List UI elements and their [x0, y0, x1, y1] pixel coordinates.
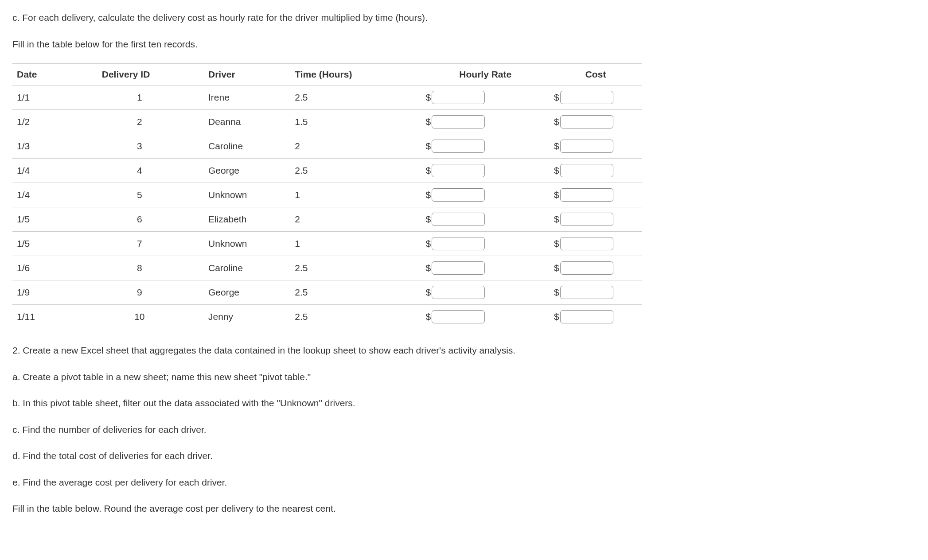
step-b-text: b. In this pivot table sheet, filter out… — [12, 396, 916, 410]
hourly-rate-input[interactable] — [432, 237, 485, 250]
dollar-sign-icon: $ — [425, 117, 431, 127]
cost-input[interactable] — [560, 213, 613, 226]
hourly-rate-input[interactable] — [432, 261, 485, 275]
step-a-text: a. Create a pivot table in a new sheet; … — [12, 370, 916, 384]
cell-driver: Irene — [204, 86, 290, 110]
cell-cost: $ — [550, 86, 642, 110]
table-row: 1/1110Jenny2.5$$ — [12, 305, 642, 329]
cost-input[interactable] — [560, 91, 613, 104]
cell-date: 1/11 — [12, 305, 97, 329]
cell-driver: Caroline — [204, 134, 290, 159]
cost-input[interactable] — [560, 140, 613, 153]
cost-input[interactable] — [560, 115, 613, 128]
cell-date: 1/3 — [12, 134, 97, 159]
cell-cost: $ — [550, 159, 642, 183]
hourly-rate-input[interactable] — [432, 140, 485, 153]
dollar-sign-icon: $ — [554, 214, 559, 225]
header-time: Time (Hours) — [290, 64, 421, 86]
table-row: 1/33Caroline2$$ — [12, 134, 642, 159]
cost-input[interactable] — [560, 310, 613, 323]
cell-date: 1/6 — [12, 256, 97, 280]
dollar-sign-icon: $ — [554, 92, 559, 103]
cell-date: 1/4 — [12, 159, 97, 183]
dollar-sign-icon: $ — [425, 141, 431, 152]
table-row: 1/45Unknown1$$ — [12, 183, 642, 207]
cell-date: 1/5 — [12, 207, 97, 232]
cell-time: 2 — [290, 134, 421, 159]
header-driver: Driver — [204, 64, 290, 86]
hourly-rate-input[interactable] — [432, 91, 485, 104]
cost-input[interactable] — [560, 261, 613, 275]
dollar-sign-icon: $ — [425, 165, 431, 176]
cell-hourly-rate: $ — [421, 110, 550, 134]
table-row: 1/11Irene2.5$$ — [12, 86, 642, 110]
cell-date: 1/4 — [12, 183, 97, 207]
dollar-sign-icon: $ — [554, 141, 559, 152]
cell-hourly-rate: $ — [421, 134, 550, 159]
cell-hourly-rate: $ — [421, 305, 550, 329]
cell-driver: Elizabeth — [204, 207, 290, 232]
cell-hourly-rate: $ — [421, 207, 550, 232]
cell-cost: $ — [550, 280, 642, 305]
dollar-sign-icon: $ — [425, 263, 431, 273]
dollar-sign-icon: $ — [554, 287, 559, 298]
cell-delivery-id: 9 — [97, 280, 204, 305]
hourly-rate-input[interactable] — [432, 213, 485, 226]
cell-driver: Jenny — [204, 305, 290, 329]
header-delivery-id: Delivery ID — [97, 64, 204, 86]
cell-delivery-id: 5 — [97, 183, 204, 207]
cell-cost: $ — [550, 207, 642, 232]
cost-input[interactable] — [560, 286, 613, 299]
dollar-sign-icon: $ — [425, 311, 431, 322]
cell-cost: $ — [550, 183, 642, 207]
cell-hourly-rate: $ — [421, 280, 550, 305]
table-row: 1/57Unknown1$$ — [12, 232, 642, 256]
cell-delivery-id: 8 — [97, 256, 204, 280]
hourly-rate-input[interactable] — [432, 164, 485, 177]
cost-input[interactable] — [560, 237, 613, 250]
cell-date: 1/1 — [12, 86, 97, 110]
cell-driver: Deanna — [204, 110, 290, 134]
cost-input[interactable] — [560, 164, 613, 177]
cell-time: 1 — [290, 232, 421, 256]
dollar-sign-icon: $ — [554, 190, 559, 200]
header-hourly-rate: Hourly Rate — [421, 64, 550, 86]
cost-input[interactable] — [560, 188, 613, 202]
cell-delivery-id: 6 — [97, 207, 204, 232]
dollar-sign-icon: $ — [425, 214, 431, 225]
hourly-rate-input[interactable] — [432, 286, 485, 299]
cell-time: 2.5 — [290, 159, 421, 183]
cell-hourly-rate: $ — [421, 232, 550, 256]
hourly-rate-input[interactable] — [432, 115, 485, 128]
step-c-text: c. Find the number of deliveries for eac… — [12, 423, 916, 437]
cell-date: 1/9 — [12, 280, 97, 305]
header-date: Date — [12, 64, 97, 86]
cell-time: 1 — [290, 183, 421, 207]
cell-hourly-rate: $ — [421, 183, 550, 207]
cell-hourly-rate: $ — [421, 86, 550, 110]
cell-delivery-id: 10 — [97, 305, 204, 329]
cell-delivery-id: 7 — [97, 232, 204, 256]
question-c-text: c. For each delivery, calculate the deli… — [12, 11, 916, 25]
dollar-sign-icon: $ — [554, 238, 559, 249]
dollar-sign-icon: $ — [554, 117, 559, 127]
cell-delivery-id: 2 — [97, 110, 204, 134]
dollar-sign-icon: $ — [554, 263, 559, 273]
step-e-text: e. Find the average cost per delivery fo… — [12, 475, 916, 490]
cell-driver: Unknown — [204, 183, 290, 207]
cell-delivery-id: 1 — [97, 86, 204, 110]
hourly-rate-input[interactable] — [432, 188, 485, 202]
dollar-sign-icon: $ — [554, 165, 559, 176]
hourly-rate-input[interactable] — [432, 310, 485, 323]
cell-cost: $ — [550, 256, 642, 280]
cell-delivery-id: 4 — [97, 159, 204, 183]
dollar-sign-icon: $ — [425, 92, 431, 103]
cell-date: 1/2 — [12, 110, 97, 134]
dollar-sign-icon: $ — [554, 311, 559, 322]
cell-driver: George — [204, 280, 290, 305]
step-d-text: d. Find the total cost of deliveries for… — [12, 449, 916, 463]
cell-hourly-rate: $ — [421, 256, 550, 280]
cell-time: 2.5 — [290, 280, 421, 305]
fill-in-instruction: Fill in the table below for the first te… — [12, 37, 916, 51]
cell-time: 1.5 — [290, 110, 421, 134]
